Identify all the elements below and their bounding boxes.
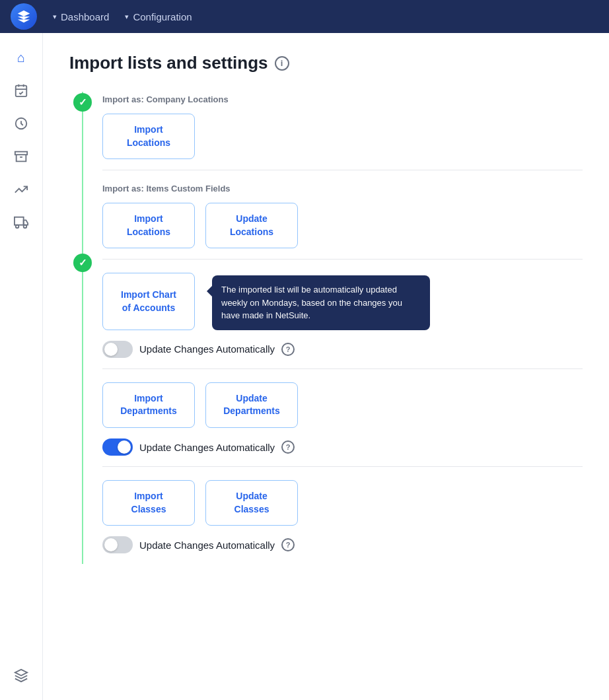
sidebar-layers[interactable]	[7, 662, 35, 689]
toggle-row-classes: Update Changes Automatically ?	[102, 536, 583, 553]
toggle-row-dept: Update Changes Automatically ?	[102, 438, 583, 456]
configuration-chevron: ▾	[125, 13, 129, 21]
import-locations-1-btn[interactable]: ImportLocations	[102, 114, 195, 159]
import-chart-btn[interactable]: Import Chartof Accounts	[102, 273, 195, 330]
section-departments: ImportDepartments UpdateDepartments Upda…	[102, 382, 583, 456]
sidebar-truck[interactable]	[7, 209, 35, 236]
tooltip-text: The imported list will be automatically …	[221, 285, 402, 320]
section-items-custom: Import as: Items Custom Fields ImportLoc…	[102, 184, 583, 248]
page-header: Import lists and settings i	[69, 53, 583, 73]
sidebar-reports[interactable]	[7, 110, 35, 137]
svg-rect-0	[16, 86, 27, 97]
main-content: Import lists and settings i ✓ Import as:…	[43, 33, 609, 700]
configuration-label: Configuration	[133, 11, 192, 22]
page-info-icon[interactable]: i	[275, 56, 289, 71]
dashboard-nav[interactable]: ▾ Dashboard	[53, 11, 109, 22]
question-icon-classes[interactable]: ?	[281, 538, 295, 551]
toggle-row-chart: Update Changes Automatically ?	[102, 341, 583, 358]
sidebar-tasks[interactable]	[7, 77, 35, 104]
sidebar: ⌂	[0, 33, 43, 700]
divider-2	[102, 259, 583, 260]
button-row-company: ImportLocations	[102, 114, 583, 159]
button-row-dept: ImportDepartments UpdateDepartments	[102, 382, 583, 428]
import-classes-btn[interactable]: ImportClasses	[102, 480, 195, 526]
toggle-chart-label: Update Changes Automatically	[139, 343, 275, 355]
svg-rect-2	[15, 152, 27, 155]
dashboard-chevron: ▾	[53, 13, 57, 21]
button-row-chart: Import Chartof Accounts The imported lis…	[102, 273, 583, 330]
section-chart-accounts: Import Chartof Accounts The imported lis…	[102, 273, 583, 358]
sidebar-home[interactable]: ⌂	[7, 44, 35, 71]
update-departments-btn[interactable]: UpdateDepartments	[205, 382, 298, 428]
configuration-nav[interactable]: ▾ Configuration	[125, 11, 192, 22]
app-logo	[11, 3, 37, 30]
dashboard-label: Dashboard	[61, 11, 109, 22]
page-title: Import lists and settings	[69, 53, 268, 73]
question-icon-chart[interactable]: ?	[281, 343, 295, 356]
toggle-chart[interactable]	[102, 341, 133, 358]
divider-1	[102, 170, 583, 170]
svg-point-4	[16, 225, 19, 228]
button-row-items: ImportLocations UpdateLocations	[102, 203, 583, 248]
divider-4	[102, 466, 583, 467]
update-locations-btn[interactable]: UpdateLocations	[205, 203, 298, 248]
tooltip-box: The imported list will be automatically …	[212, 275, 430, 330]
question-icon-dept[interactable]: ?	[281, 440, 295, 454]
check2: ✓	[79, 257, 87, 269]
toggle-classes-label: Update Changes Automatically	[139, 540, 275, 551]
svg-rect-3	[15, 217, 24, 225]
section-label-company: Import as: Company Locations	[102, 94, 583, 104]
toggle-classes[interactable]	[102, 536, 133, 553]
sidebar-chart[interactable]	[7, 176, 35, 203]
sidebar-archive[interactable]	[7, 143, 35, 170]
svg-point-5	[24, 225, 27, 228]
import-departments-btn[interactable]: ImportDepartments	[102, 382, 195, 428]
button-row-classes: ImportClasses UpdateClasses	[102, 480, 583, 526]
toggle-dept-label: Update Changes Automatically	[139, 442, 275, 453]
top-nav: ▾ Dashboard ▾ Configuration	[0, 0, 609, 33]
divider-3	[102, 368, 583, 369]
toggle-dept[interactable]	[102, 438, 133, 456]
import-locations-2-btn[interactable]: ImportLocations	[102, 203, 195, 248]
section-label-items: Import as: Items Custom Fields	[102, 184, 583, 193]
section-classes: ImportClasses UpdateClasses Update Chang…	[102, 480, 583, 553]
update-classes-btn[interactable]: UpdateClasses	[205, 480, 298, 526]
